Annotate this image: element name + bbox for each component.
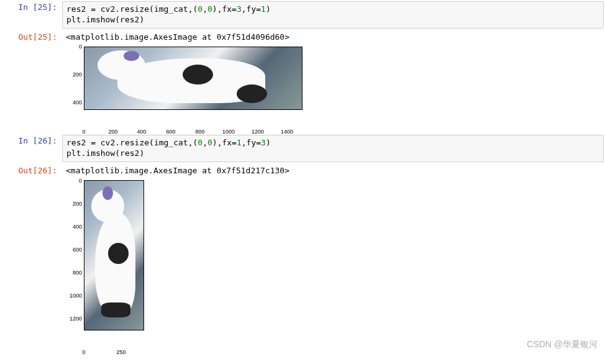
- code-input-26[interactable]: res2 = cv2.resize(img_cat,(0,0),fx=1,fy=…: [62, 135, 604, 162]
- code-input-25[interactable]: res2 = cv2.resize(img_cat,(0,0),fx=3,fy=…: [62, 1, 604, 29]
- figure-wide: 0 200 400 0 200 400 600 800 1000 1200 14…: [62, 47, 311, 127]
- xtick: 200: [108, 129, 117, 135]
- xtick: 800: [195, 129, 204, 135]
- plot-26: 0 200 400 600 800 1000 1200 0 250: [0, 180, 605, 348]
- cell-26-output: Out[26]: <matplotlib.image.AxesImage at …: [0, 163, 605, 178]
- cell-26-input: In [26]: res2 = cv2.resize(img_cat,(0,0)…: [0, 134, 605, 163]
- xtick: 1000: [222, 129, 235, 135]
- axes-image-tall: [84, 180, 144, 330]
- xtick: 600: [166, 129, 175, 135]
- out-prompt-25: Out[25]:: [0, 30, 62, 44]
- ytick: 1000: [66, 293, 82, 299]
- xtick: 1200: [252, 129, 264, 135]
- plot-25: 0 200 400 0 200 400 600 800 1000 1200 14…: [0, 47, 605, 127]
- xtick: 1400: [281, 129, 293, 135]
- ytick: 0: [66, 43, 82, 50]
- ytick: 0: [66, 178, 82, 184]
- out-prompt-26: Out[26]:: [0, 163, 62, 178]
- axes-image-wide: [84, 47, 302, 110]
- ytick: 200: [66, 71, 82, 78]
- output-text-26: <matplotlib.image.AxesImage at 0x7f51d21…: [62, 163, 605, 178]
- ytick: 200: [66, 201, 82, 207]
- cell-25-input: In [25]: res2 = cv2.resize(img_cat,(0,0)…: [0, 0, 605, 30]
- in-prompt-25: In [25]:: [0, 0, 62, 30]
- ytick: 1200: [66, 316, 82, 322]
- ytick: 400: [66, 224, 82, 230]
- code-line: res2 = cv2.resize(img_cat,(0,0),fx=1,fy=…: [66, 138, 271, 147]
- code-line: res2 = cv2.resize(img_cat,(0,0),fx=3,fy=…: [66, 4, 271, 14]
- xtick: 0: [82, 349, 85, 354]
- xtick: 0: [82, 129, 85, 135]
- ytick: 600: [66, 247, 82, 253]
- xtick: 250: [116, 349, 125, 354]
- output-text-25: <matplotlib.image.AxesImage at 0x7f51d40…: [62, 30, 605, 44]
- cell-25-output: Out[25]: <matplotlib.image.AxesImage at …: [0, 30, 605, 44]
- code-line: plt.imshow(res2): [66, 148, 144, 158]
- watermark: CSDN @华夏银河: [527, 339, 598, 350]
- in-prompt-26: In [26]:: [0, 134, 62, 163]
- code-line: plt.imshow(res2): [66, 15, 144, 24]
- ytick: 800: [66, 270, 82, 276]
- xtick: 400: [137, 129, 146, 135]
- ytick: 400: [66, 99, 82, 106]
- figure-tall: 0 200 400 600 800 1000 1200 0 250: [62, 180, 155, 348]
